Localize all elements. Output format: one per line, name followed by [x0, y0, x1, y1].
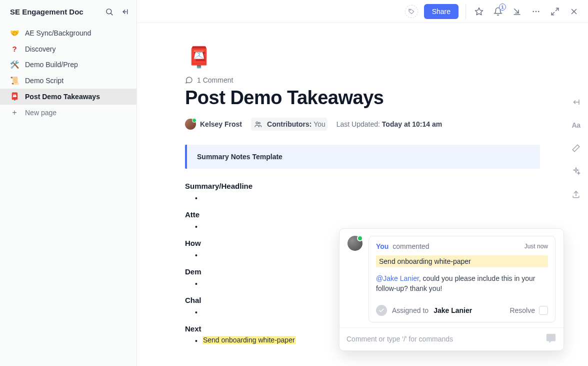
comment-quoted-text: Send onboarding white-paper [376, 255, 548, 267]
svg-line-6 [514, 9, 518, 13]
collapse-sidebar-icon[interactable] [120, 7, 130, 16]
bullet-dot: • [195, 250, 198, 260]
author-name: Kelsey Frost [200, 120, 242, 128]
byline: Kelsey Frost Contributors: You Last Upda… [185, 118, 540, 131]
handshake-icon: 🤝 [10, 29, 19, 38]
sidebar-item-label: Demo Build/Prep [25, 61, 78, 69]
ai-suggest-icon[interactable] [571, 143, 581, 153]
upload-icon[interactable] [571, 189, 581, 199]
expand-icon[interactable] [550, 7, 560, 17]
comment-author: You [376, 242, 388, 250]
svg-line-11 [556, 8, 558, 11]
tools-icon: 🛠️ [10, 60, 19, 69]
commenter-avatar [348, 236, 362, 251]
comment-count-label: 1 Comment [197, 76, 233, 84]
close-icon[interactable] [569, 7, 579, 17]
sidebar-item-discovery[interactable]: ? Discovery [0, 41, 136, 57]
send-comment-icon[interactable] [546, 333, 556, 345]
section-summary[interactable]: Summary/Headline • [185, 182, 540, 203]
section-heading: Summary/Headline [185, 182, 540, 190]
sidebar: SE Engagement Doc 🤝 AE Sync/Background ?… [0, 0, 137, 366]
mailbox-icon: 📮 [10, 92, 19, 101]
svg-line-12 [552, 12, 554, 15]
people-icon [253, 119, 263, 129]
tag-button[interactable] [405, 5, 418, 18]
bullet-dot: • [195, 307, 198, 317]
scroll-icon: 📜 [10, 76, 19, 85]
font-size-icon[interactable]: Aa [571, 120, 581, 130]
svg-marker-5 [476, 8, 483, 15]
question-icon: ? [10, 45, 19, 53]
share-button[interactable]: Share [424, 4, 458, 19]
sidebar-page-list: 🤝 AE Sync/Background ? Discovery 🛠️ Demo… [0, 23, 136, 123]
svg-point-10 [538, 11, 540, 12]
bullet-dot: • [195, 279, 198, 289]
sidebar-item-label: Demo Script [25, 77, 64, 85]
page-title[interactable]: Post Demo Takeaways [185, 87, 540, 109]
svg-point-9 [536, 11, 537, 12]
contributors-label: Contributors: [267, 120, 312, 128]
comment-icon [185, 76, 193, 84]
star-icon[interactable] [474, 7, 484, 17]
sidebar-item-demo-build[interactable]: 🛠️ Demo Build/Prep [0, 57, 136, 73]
section-heading: Atte [185, 210, 540, 219]
comment-time: Just now [524, 243, 548, 250]
contributors-value: You [314, 120, 326, 128]
more-options-icon[interactable] [531, 7, 541, 17]
comment-popover: You commented Just now Send onboarding w… [339, 228, 564, 351]
comment-input[interactable] [346, 335, 540, 343]
highlighted-text[interactable]: Send onboarding white-paper [202, 336, 296, 344]
bullet-dot: • [195, 336, 198, 346]
new-page-label: New page [25, 109, 56, 117]
sidebar-item-label: Post Demo Takeaways [25, 93, 100, 101]
svg-point-0 [106, 9, 111, 14]
sidebar-item-label: AE Sync/Background [25, 29, 91, 37]
svg-point-16 [258, 122, 260, 124]
plus-icon: + [10, 108, 19, 117]
search-icon[interactable] [104, 7, 114, 16]
download-icon[interactable] [512, 7, 522, 17]
callout-text: Summary Notes Template [197, 153, 282, 161]
sidebar-header: SE Engagement Doc [0, 6, 136, 23]
last-updated-value: Today at 10:14 am [382, 120, 442, 128]
assignee-name: Jake Lanier [434, 306, 472, 314]
comment-card: You commented Just now Send onboarding w… [368, 236, 556, 322]
sidebar-item-demo-script[interactable]: 📜 Demo Script [0, 73, 136, 89]
bullet-dot: • [195, 222, 198, 232]
comment-action: commented [392, 242, 429, 250]
svg-point-8 [532, 11, 534, 12]
width-toggle-icon[interactable] [571, 97, 581, 107]
contributors-chip[interactable]: Contributors: You [251, 118, 328, 131]
right-float-toolbar: Aa [571, 97, 581, 199]
new-page-button[interactable]: + New page [0, 105, 136, 121]
sidebar-item-label: Discovery [25, 45, 56, 53]
comment-count-row[interactable]: 1 Comment [185, 76, 540, 84]
assigned-to-label: Assigned to [392, 306, 428, 314]
comment-body: @Jake Lanier, could you please include t… [376, 273, 548, 294]
author-avatar [185, 119, 196, 130]
sidebar-item-post-demo[interactable]: 📮 Post Demo Takeaways [0, 89, 136, 105]
topbar: Share 1 [137, 0, 588, 23]
doc-workspace-title: SE Engagement Doc [10, 8, 104, 16]
main-pane: Share 1 [137, 0, 588, 366]
mention-link[interactable]: @Jake Lanier [376, 274, 419, 282]
resolve-label: Resolve [510, 306, 535, 314]
svg-point-15 [256, 122, 258, 124]
svg-point-4 [410, 10, 410, 10]
page-emoji[interactable]: 📮 [185, 43, 213, 71]
notification-badge: 1 [499, 4, 506, 11]
sparkle-icon[interactable] [571, 166, 581, 176]
author-chip[interactable]: Kelsey Frost [185, 119, 242, 130]
bullet-dot: • [195, 193, 198, 203]
check-circle-icon[interactable] [376, 305, 387, 316]
last-updated-label: Last Updated: [336, 120, 380, 128]
notifications-icon[interactable]: 1 [493, 7, 503, 17]
sidebar-item-ae-sync[interactable]: 🤝 AE Sync/Background [0, 25, 136, 41]
svg-line-1 [110, 13, 112, 15]
callout-block[interactable]: Summary Notes Template [185, 145, 540, 169]
resolve-checkbox[interactable] [539, 306, 548, 315]
